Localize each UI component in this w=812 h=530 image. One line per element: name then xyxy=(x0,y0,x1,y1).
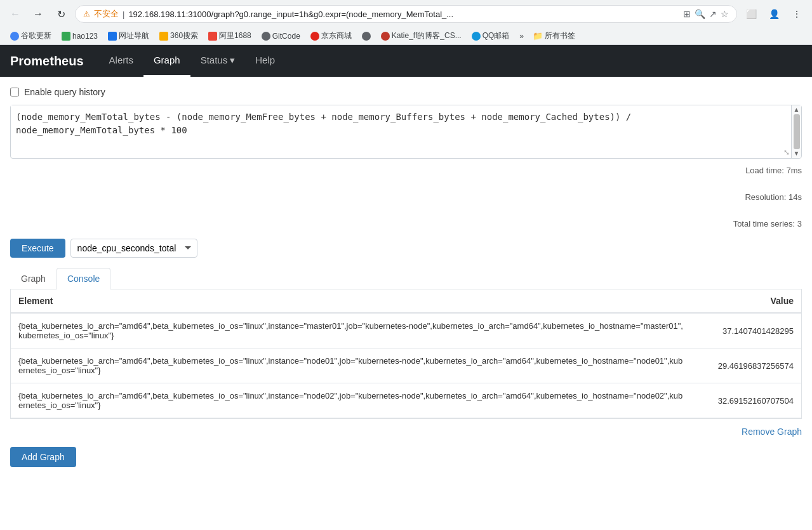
star-icon[interactable]: ☆ xyxy=(721,9,729,19)
bookmark-jd-icon xyxy=(310,32,319,41)
share-icon[interactable]: ↗ xyxy=(709,9,717,19)
scroll-thumb xyxy=(794,114,800,149)
bookmark-hao123-icon xyxy=(62,32,70,41)
execute-button[interactable]: Execute xyxy=(10,239,65,258)
bookmark-ali-icon xyxy=(208,32,217,41)
element-cell-2: {beta_kubernetes_io_arch="amd64",beta_ku… xyxy=(11,348,693,383)
browser-chrome: ← → ↻ ⚠ 不安全 | 192.168.198.11:31000/graph… xyxy=(0,0,812,45)
zoom-icon[interactable]: 🔍 xyxy=(695,9,705,19)
nav-brand[interactable]: Prometheus xyxy=(10,54,84,69)
bookmarks-bar: 谷歌更新 hao123 网址导航 360搜索 阿里1688 GitCode 京东… xyxy=(0,28,812,44)
back-button[interactable]: ← xyxy=(6,5,24,23)
bookmark-360-label: 360搜索 xyxy=(170,30,198,41)
total-series-stat: Total time series: 3 xyxy=(733,217,802,231)
load-time-stat: Load time: 7ms xyxy=(745,164,802,178)
stats-row: Load time: 7ms Resolution: 14s Total tim… xyxy=(10,164,802,231)
column-element-header: Element xyxy=(11,289,693,313)
tab-graph[interactable]: Graph xyxy=(10,268,57,289)
nav-link-alerts[interactable]: Alerts xyxy=(99,45,143,77)
bookmark-jd[interactable]: 京东商城 xyxy=(307,29,356,43)
value-cell-1: 37.1407401428295 xyxy=(693,313,801,348)
nav-dropdown-status[interactable]: Status ▾ xyxy=(190,45,246,77)
refresh-button[interactable]: ↻ xyxy=(52,5,70,23)
bookmark-360-icon xyxy=(159,32,168,41)
value-cell-2: 29.46196837256574 xyxy=(693,348,801,383)
remove-graph-link[interactable]: Remove Graph xyxy=(742,427,802,437)
bookmark-hao123-label: hao123 xyxy=(72,32,98,41)
url-text: 192.168.198.11:31000/graph?g0.range_inpu… xyxy=(128,10,679,19)
table-header: Element Value xyxy=(11,289,801,313)
bookmark-google-update[interactable]: 谷歌更新 xyxy=(6,29,55,43)
add-graph-row: Add Graph xyxy=(10,447,802,467)
query-history-row: Enable query history xyxy=(10,87,802,97)
bookmark-nav[interactable]: 网址导航 xyxy=(104,29,153,43)
bookmark-google-icon xyxy=(10,32,19,41)
bookmark-qq[interactable]: QQ邮箱 xyxy=(468,29,514,43)
navigation-bar: Prometheus Alerts Graph Status ▾ Help xyxy=(0,45,812,77)
nav-link-help[interactable]: Help xyxy=(245,45,285,77)
split-screen-button[interactable]: ⬜ xyxy=(742,5,760,23)
scroll-up-arrow[interactable]: ▲ xyxy=(794,107,800,113)
bookmark-qq-icon xyxy=(472,32,481,41)
table-row: {beta_kubernetes_io_arch="amd64",beta_ku… xyxy=(11,348,801,383)
results-table: Element Value {beta_kubernetes_io_arch="… xyxy=(11,289,801,418)
value-cell-3: 32.69152160707504 xyxy=(693,383,801,418)
bookmark-gitcode[interactable]: GitCode xyxy=(258,30,304,42)
dropdown-caret-icon: ▾ xyxy=(230,55,235,66)
all-bookmarks-label: 所有书签 xyxy=(545,30,575,41)
bookmark-360[interactable]: 360搜索 xyxy=(156,29,202,43)
table-row: {beta_kubernetes_io_arch="amd64",beta_ku… xyxy=(11,383,801,418)
menu-button[interactable]: ⋮ xyxy=(788,5,806,23)
address-bar[interactable]: ⚠ 不安全 | 192.168.198.11:31000/graph?g0.ra… xyxy=(75,5,737,23)
bookmark-hao123[interactable]: hao123 xyxy=(58,30,102,42)
table-row: {beta_kubernetes_io_arch="amd64",beta_ku… xyxy=(11,313,801,348)
query-textarea[interactable]: (node_memory_MemTotal_bytes - (node_memo… xyxy=(11,105,801,156)
metric-selector[interactable]: node_cpu_seconds_total xyxy=(70,239,197,258)
results-table-wrapper: Element Value {beta_kubernetes_io_arch="… xyxy=(10,289,802,419)
column-value-header: Value xyxy=(693,289,801,313)
resolution-stat: Resolution: 14s xyxy=(745,190,802,204)
table-header-row: Element Value xyxy=(11,289,801,313)
bookmark-globe2-icon xyxy=(362,32,371,41)
bookmark-globe2[interactable] xyxy=(358,30,375,42)
bookmark-google-label: 谷歌更新 xyxy=(21,30,51,41)
nav-link-graph[interactable]: Graph xyxy=(143,45,190,77)
resize-handle-icon[interactable]: ⤡ xyxy=(783,148,790,157)
query-scrollbar[interactable]: ▲ ▼ xyxy=(791,105,801,158)
bookmark-nav-label: 网址导航 xyxy=(119,30,149,41)
bookmark-ali[interactable]: 阿里1688 xyxy=(204,29,255,43)
query-history-label[interactable]: Enable query history xyxy=(24,87,105,97)
query-box: (node_memory_MemTotal_bytes - (node_memo… xyxy=(10,105,802,159)
remove-graph-row: Remove Graph xyxy=(10,419,802,442)
bookmark-katie[interactable]: Katie_ff的博客_CS... xyxy=(377,29,465,43)
controls-row: Execute node_cpu_seconds_total xyxy=(10,239,802,258)
bookmark-katie-label: Katie_ff的博客_CS... xyxy=(392,30,462,41)
all-bookmarks-folder[interactable]: 📁 所有书签 xyxy=(529,29,579,43)
tab-console[interactable]: Console xyxy=(57,268,110,289)
browser-toolbar: ← → ↻ ⚠ 不安全 | 192.168.198.11:31000/graph… xyxy=(0,0,812,28)
scroll-down-arrow[interactable]: ▼ xyxy=(794,150,800,157)
bookmark-qq-label: QQ邮箱 xyxy=(483,30,510,41)
more-bookmarks-button[interactable]: » xyxy=(517,30,526,42)
bookmark-nav-icon xyxy=(108,32,117,41)
bookmark-jd-label: 京东商城 xyxy=(321,30,352,41)
element-cell-3: {beta_kubernetes_io_arch="amd64",beta_ku… xyxy=(11,383,693,418)
translate-icon[interactable]: ⊞ xyxy=(683,9,691,19)
bookmark-gitcode-label: GitCode xyxy=(272,32,300,41)
main-content: Enable query history (node_memory_MemTot… xyxy=(0,77,812,530)
query-history-checkbox[interactable] xyxy=(10,88,19,96)
security-warning-text: 不安全 xyxy=(94,8,119,20)
bookmark-katie-icon xyxy=(381,32,390,41)
bookmark-gitcode-icon xyxy=(262,32,270,41)
table-body: {beta_kubernetes_io_arch="amd64",beta_ku… xyxy=(11,313,801,418)
bookmark-ali-label: 阿里1688 xyxy=(219,30,251,41)
security-warning-icon: ⚠ xyxy=(83,10,90,18)
nav-dropdown-toggle-status[interactable]: Status ▾ xyxy=(190,45,246,77)
account-button[interactable]: 👤 xyxy=(765,5,783,23)
element-cell-1: {beta_kubernetes_io_arch="amd64",beta_ku… xyxy=(11,313,693,348)
tabs-row: Graph Console xyxy=(10,268,802,289)
add-graph-button[interactable]: Add Graph xyxy=(10,447,76,467)
forward-button[interactable]: → xyxy=(29,5,47,23)
